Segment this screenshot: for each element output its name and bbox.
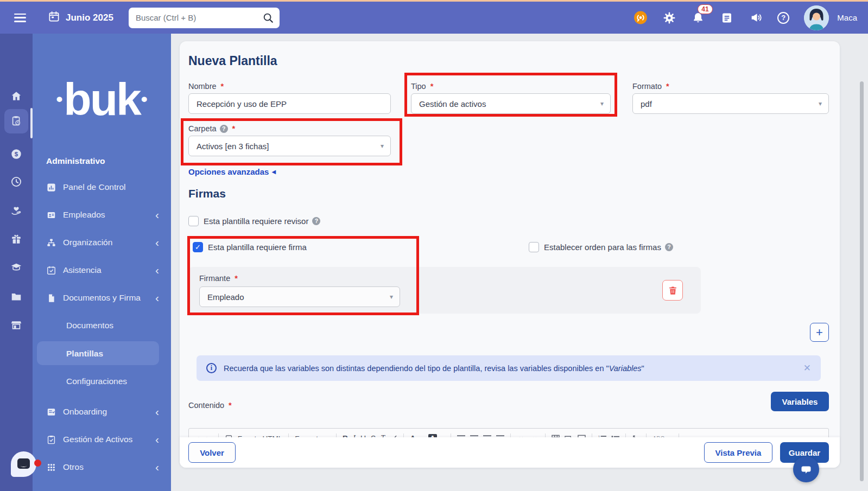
tipo-select[interactable]: Gestión de activos ▾	[411, 93, 611, 114]
checkbox-orden-firmas[interactable]	[529, 242, 539, 252]
chevron-icon: ‹	[155, 407, 159, 417]
sidebar-item-documentos-y-firma[interactable]: Documentos y Firma ‹	[33, 290, 171, 305]
page-scrollbar[interactable]	[860, 81, 864, 481]
speech-bubble-icon	[800, 463, 813, 476]
delete-signer-button[interactable]	[662, 280, 683, 301]
period-label: Junio 2025	[66, 12, 113, 23]
help-icon[interactable]: ?	[777, 12, 789, 24]
banner-text: Recuerda que las variables son distintas…	[224, 364, 644, 373]
info-icon: i	[206, 363, 217, 373]
notifications-badge: 41	[698, 4, 712, 14]
opciones-avanzadas-link[interactable]: Opciones avanzadas ◀	[188, 167, 276, 176]
chevron-icon: ‹	[155, 435, 159, 444]
firmante-label: Firmante*	[199, 274, 238, 283]
time-clock-icon[interactable]	[10, 176, 22, 188]
buk-logo: •buk•	[33, 72, 171, 126]
chevron-down-icon: ▾	[600, 100, 604, 107]
period-selector[interactable]: Junio 2025	[48, 10, 113, 25]
sidebar-section-title: Administrativo	[46, 156, 105, 166]
marketplace-store-icon[interactable]	[10, 319, 22, 331]
contenido-label: Contenido*	[188, 401, 232, 410]
volver-button[interactable]: Volver	[188, 442, 236, 463]
formato-select[interactable]: pdf ▾	[632, 93, 829, 114]
chevron-icon: ‹	[155, 462, 159, 472]
close-icon[interactable]: ✕	[803, 362, 811, 374]
chat-widget-button[interactable]	[793, 456, 819, 482]
variables-info-banner: i Recuerda que las variables son distint…	[197, 355, 821, 381]
add-signer-button[interactable]: +	[810, 323, 829, 342]
hamburger-menu-icon[interactable]	[14, 14, 26, 22]
topbar: Junio 2025 41 ?	[0, 2, 868, 34]
chevron-icon: ‹	[155, 210, 159, 220]
list-check-icon	[46, 407, 56, 417]
calendar-icon	[48, 10, 60, 25]
variables-button[interactable]: Variables	[771, 392, 829, 411]
carpeta-label: Carpeta ? *	[188, 124, 235, 133]
bar-chart-icon	[46, 182, 56, 193]
assistant-icon[interactable]	[633, 11, 648, 25]
search-icon[interactable]	[262, 12, 274, 24]
chevron-down-icon: ▾	[390, 293, 393, 301]
formato-label: Formato*	[632, 82, 669, 91]
sidebar-item-otros[interactable]: Otros ‹	[33, 460, 171, 475]
clipboard-check-icon	[46, 435, 56, 445]
tipo-label: Tipo*	[411, 82, 433, 91]
chevron-icon: ‹	[155, 238, 159, 247]
document-icon	[46, 293, 56, 303]
topbar-actions: 41 ? Maca	[633, 5, 868, 30]
settings-gear-icon[interactable]	[662, 11, 676, 25]
gift-icon[interactable]	[10, 233, 22, 245]
triangle-left-icon: ◀	[271, 169, 276, 175]
sidebar-item-asistencia[interactable]: Asistencia ‹	[33, 263, 171, 278]
checkbox-requiere-revisor[interactable]	[188, 216, 199, 226]
nombre-label: Nombre*	[188, 82, 224, 91]
user-name: Maca	[837, 13, 857, 22]
sidebar-subitem-configuraciones[interactable]: Configuraciones	[33, 374, 171, 389]
chevron-down-icon: ▾	[819, 100, 822, 107]
app-root: Junio 2025 41 ?	[0, 0, 868, 491]
sidebar-subitem-documentos[interactable]: Documentos	[33, 318, 171, 333]
sidebar-item-empleados[interactable]: Empleados ‹	[33, 207, 171, 222]
chevron-icon: ‹	[155, 265, 159, 275]
check-icon: ✓	[195, 243, 201, 251]
clipboard-clock-icon	[10, 115, 22, 127]
help-icon[interactable]: ?	[220, 125, 228, 133]
benefits-hand-heart-icon[interactable]	[10, 205, 22, 217]
announcements-megaphone-icon[interactable]	[749, 11, 763, 25]
vista-previa-button[interactable]: Vista Previa	[704, 442, 772, 463]
chevron-down-icon: ▾	[381, 142, 384, 150]
news-note-icon[interactable]	[720, 11, 734, 25]
checkbox-requiere-firma[interactable]: ✓	[193, 242, 203, 252]
carpeta-select[interactable]: Activos [en 3 fichas] ▾	[188, 136, 391, 156]
sidebar-item-gestion-de-activos[interactable]: Gestión de Activos ‹	[33, 432, 171, 447]
notifications-bell-icon[interactable]: 41	[691, 11, 705, 25]
files-folder-icon[interactable]	[10, 291, 22, 303]
home-icon[interactable]	[10, 90, 22, 102]
rail-item-documents-active[interactable]	[4, 109, 28, 133]
sidebar-subitem-plantillas-active[interactable]: Plantillas	[33, 346, 171, 361]
chat-notification-dot	[34, 460, 41, 467]
sidebar-item-panel-de-control[interactable]: Panel de Control	[33, 180, 171, 195]
sidebar-item-organizacion[interactable]: Organización ‹	[33, 235, 171, 250]
payroll-dollar-icon[interactable]: $	[10, 148, 22, 160]
checkbox-requiere-firma-label: Esta plantilla requiere firma	[208, 243, 307, 252]
firmante-select[interactable]: Empleado ▾	[199, 286, 400, 307]
trash-icon	[668, 285, 678, 296]
chat-bubble-icon	[17, 458, 30, 469]
help-icon[interactable]: ?	[665, 243, 673, 251]
icon-rail: $	[0, 34, 33, 491]
global-search	[129, 8, 280, 28]
org-chart-icon	[46, 238, 56, 248]
firmas-section-title: Firmas	[188, 187, 226, 200]
search-input[interactable]	[129, 8, 280, 28]
svg-text:$: $	[15, 151, 18, 157]
nombre-input[interactable]: Recepción y uso de EPP	[188, 93, 391, 114]
training-graduation-icon[interactable]	[10, 262, 22, 273]
grid-icon	[46, 462, 56, 473]
chat-launcher[interactable]	[11, 451, 36, 477]
checkbox-orden-firmas-label: Establecer orden para las firmas ?	[544, 243, 673, 252]
help-icon[interactable]: ?	[312, 217, 320, 225]
sidebar-item-onboarding[interactable]: Onboarding ‹	[33, 404, 171, 419]
sidebar: •buk• Administrativo Panel de Control Em…	[33, 34, 171, 491]
user-avatar[interactable]	[804, 5, 829, 30]
